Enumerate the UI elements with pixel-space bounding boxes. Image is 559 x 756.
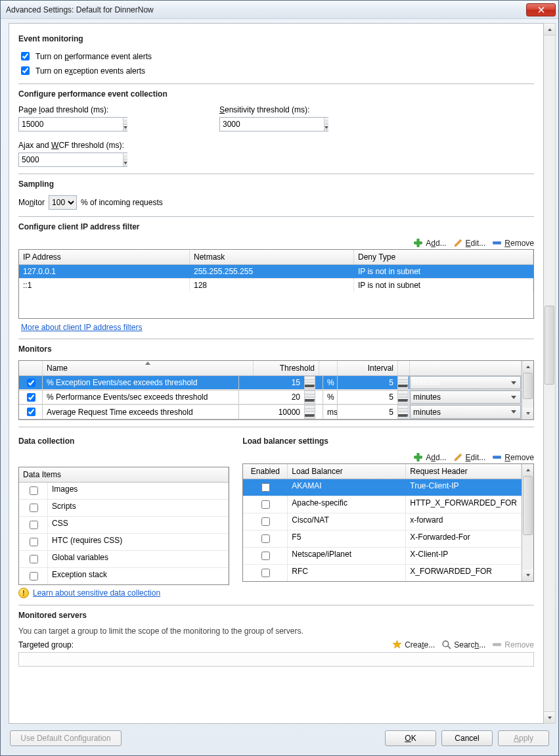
close-button[interactable]: [526, 3, 556, 16]
list-item[interactable]: Images: [19, 483, 229, 500]
col-netmask[interactable]: Netmask: [190, 250, 354, 264]
monitor-checkbox[interactable]: [27, 379, 35, 387]
col-threshold[interactable]: Threshold: [254, 361, 319, 375]
input-targeted-group[interactable]: [18, 652, 534, 667]
spin-down[interactable]: [123, 160, 127, 167]
col-enabled[interactable]: Enabled: [243, 464, 288, 479]
svg-line-8: [448, 646, 451, 649]
list-item[interactable]: CSS: [19, 517, 229, 534]
table-row[interactable]: Apache-specificHTTP_X_FORWARDED_FOR: [243, 496, 522, 513]
lb-checkbox[interactable]: [261, 569, 270, 577]
table-row[interactable]: ::1128IP is not in subnet: [19, 279, 533, 292]
data-item-checkbox[interactable]: [30, 486, 38, 495]
lb-checkbox[interactable]: [261, 552, 270, 560]
scroll-thumb[interactable]: [545, 306, 554, 385]
lb-scrollbar[interactable]: [522, 464, 533, 581]
lb-remove-button[interactable]: Remove: [492, 452, 534, 462]
list-item[interactable]: Exception stack: [19, 568, 229, 584]
divider: [18, 605, 534, 605]
lb-edit-button[interactable]: Edit...: [453, 452, 486, 462]
scroll-down-icon[interactable]: [522, 408, 533, 419]
input-ajax[interactable]: [19, 153, 123, 166]
spin-up[interactable]: [324, 118, 328, 125]
table-row[interactable]: Cisco/NATx-forward: [243, 513, 522, 531]
col-check[interactable]: [19, 361, 43, 375]
sampling-select[interactable]: 100: [49, 195, 77, 210]
divider: [18, 174, 534, 174]
ip-add-button[interactable]: Add...: [413, 238, 446, 248]
spin-up[interactable]: [123, 118, 127, 125]
page-scrollbar[interactable]: [544, 23, 556, 724]
table-row[interactable]: F5X-Forwarded-For: [243, 531, 522, 548]
checkbox-perf-alerts[interactable]: [21, 52, 30, 60]
scroll-down-icon[interactable]: [544, 711, 555, 723]
lb-add-button[interactable]: Add...: [413, 452, 446, 462]
lb-checkbox[interactable]: [261, 483, 270, 492]
col-lb[interactable]: Load Balancer: [288, 464, 406, 479]
col-name[interactable]: Name: [43, 361, 254, 375]
data-item-checkbox[interactable]: [30, 572, 38, 580]
lb-checkbox[interactable]: [261, 517, 270, 526]
scroll-down-icon[interactable]: [522, 569, 533, 581]
spin-down[interactable]: [324, 125, 328, 131]
table-row[interactable]: % Performance Events/sec exceeds thresho…: [19, 390, 522, 405]
sort-asc-icon: [145, 362, 150, 365]
data-item-checkbox[interactable]: [30, 538, 38, 546]
interval-combo[interactable]: minutes: [410, 390, 521, 404]
scroll-thumb[interactable]: [523, 476, 533, 535]
minus-icon: [492, 640, 502, 650]
search-button[interactable]: Search...: [441, 640, 485, 650]
monitors-scrollbar[interactable]: [522, 361, 533, 419]
ok-button[interactable]: OK: [385, 730, 436, 746]
table-row[interactable]: % Exception Events/sec exceeds threshold…: [19, 376, 522, 390]
input-page-load[interactable]: [19, 118, 123, 131]
ip-edit-button[interactable]: Edit...: [453, 238, 486, 248]
create-button[interactable]: Create...: [392, 640, 435, 650]
input-sensitivity[interactable]: [220, 118, 324, 131]
window: Advanced Settings: Default for DinnerNow…: [0, 0, 559, 756]
section-event-monitoring: Event monitoring: [18, 34, 534, 43]
plus-icon: [413, 238, 423, 248]
scroll-up-icon[interactable]: [522, 464, 533, 476]
col-data-items[interactable]: Data Items: [19, 467, 229, 482]
ip-remove-button[interactable]: Remove: [492, 238, 534, 248]
col-header[interactable]: Request Header: [406, 464, 522, 479]
table-row[interactable]: AKAMAITrue-Client-IP: [243, 479, 522, 496]
table-row[interactable]: RFCX_FORWARDED_FOR: [243, 565, 522, 581]
lb-checkbox[interactable]: [261, 500, 270, 509]
monitors-grid-wrap: Name Threshold Interval % Exception Even…: [18, 360, 534, 420]
section-perf-collection: Configure performance event collection: [18, 89, 534, 99]
monitor-checkbox[interactable]: [27, 408, 35, 416]
scroll-up-icon[interactable]: [544, 24, 555, 35]
apply-button: Apply: [498, 730, 549, 746]
spin-down[interactable]: [123, 125, 127, 131]
interval-combo[interactable]: minutes: [410, 376, 521, 389]
scroll-content: Event monitoring Turn on performance eve…: [9, 23, 544, 724]
divider: [18, 427, 534, 427]
label-exception-alerts: Turn on exception events alerts: [35, 66, 145, 76]
interval-combo[interactable]: minutes: [410, 405, 521, 419]
data-item-checkbox[interactable]: [30, 504, 38, 512]
data-item-checkbox[interactable]: [30, 555, 38, 563]
scroll-up-icon[interactable]: [522, 361, 533, 373]
monitor-checkbox[interactable]: [27, 393, 35, 402]
link-sensitive-data[interactable]: Learn about sensitive data collection: [33, 588, 160, 598]
list-item[interactable]: Global variables: [19, 551, 229, 568]
table-row[interactable]: Average Request Time exceeds threshold 1…: [19, 405, 522, 419]
table-row[interactable]: 127.0.0.1255.255.255.255IP is not in sub…: [19, 265, 533, 279]
list-item[interactable]: Scripts: [19, 500, 229, 517]
data-item-checkbox[interactable]: [30, 521, 38, 529]
svg-rect-2: [493, 241, 501, 244]
spin-up[interactable]: [123, 153, 127, 160]
link-ip-filters[interactable]: More about client IP address filters: [21, 323, 143, 332]
table-row[interactable]: Netscape/iPlanetX-Client-IP: [243, 548, 522, 565]
scroll-thumb[interactable]: [523, 373, 533, 399]
lb-checkbox[interactable]: [261, 534, 270, 543]
col-ip[interactable]: IP Address: [19, 250, 190, 264]
cancel-button[interactable]: Cancel: [441, 730, 493, 746]
col-deny[interactable]: Deny Type: [354, 250, 533, 264]
spin-sensitivity: [219, 117, 328, 131]
checkbox-exception-alerts[interactable]: [21, 66, 30, 75]
col-interval[interactable]: Interval: [338, 361, 398, 375]
list-item[interactable]: HTC (requires CSS): [19, 534, 229, 551]
